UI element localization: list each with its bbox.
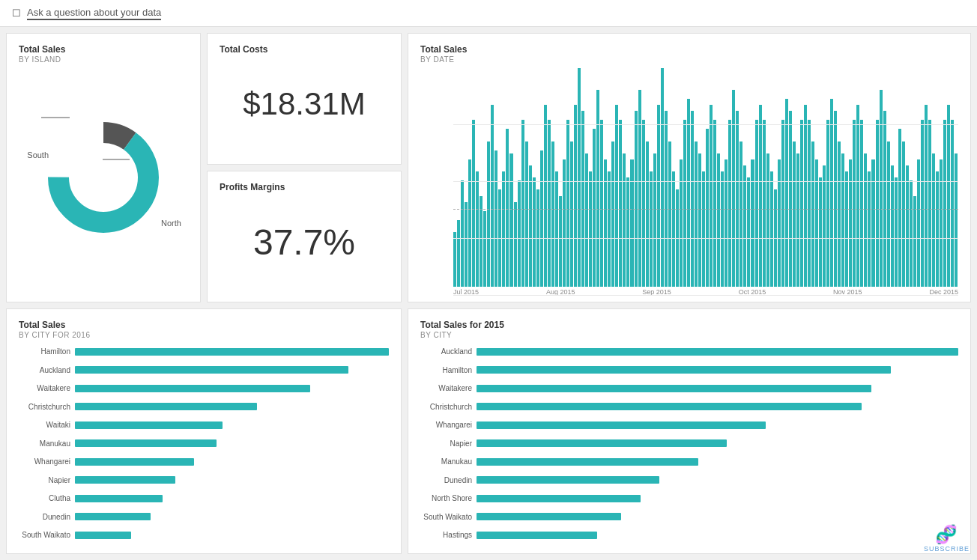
- v-bar-col: [766, 68, 769, 287]
- v-bar-fill: [845, 171, 848, 287]
- v-bar-fill: [544, 105, 547, 287]
- v-bar-fill: [834, 111, 837, 287]
- h-bar-label: Hamilton: [420, 366, 477, 374]
- v-bar-col: [536, 68, 539, 287]
- v-bar-col: [841, 68, 844, 287]
- h-bar-row: Dunedin: [19, 511, 389, 523]
- v-bar-col: [917, 68, 920, 287]
- v-bar-col: [721, 68, 724, 287]
- v-bar-col: [555, 68, 558, 287]
- v-bar-col: [871, 68, 874, 287]
- v-bar-col: [521, 68, 524, 287]
- v-bar-fill: [574, 105, 577, 287]
- v-bar-col: [615, 68, 618, 287]
- v-bar-fill: [913, 196, 916, 287]
- v-bar-fill: [672, 171, 675, 287]
- v-bar-col: [774, 68, 777, 287]
- v-bar-fill: [657, 105, 660, 287]
- dna-icon: 🧬: [935, 524, 958, 545]
- h-bar-row: Manukau: [19, 437, 389, 449]
- v-bar-col: [691, 68, 694, 287]
- v-bar-col: [657, 68, 660, 287]
- v-bar-fill: [951, 120, 954, 287]
- v-bar-col: [849, 68, 852, 287]
- h-bar-track: [477, 532, 958, 539]
- h-bar-row: Auckland: [420, 346, 958, 358]
- v-bar-fill: [880, 90, 883, 287]
- grid-line-75: [453, 124, 958, 125]
- h-bar-fill: [477, 476, 659, 484]
- v-bar-fill: [623, 153, 626, 287]
- v-bar-fill: [585, 153, 588, 287]
- h-bar-row: North Shore: [420, 493, 958, 505]
- h-bar-label: Napier: [19, 476, 75, 484]
- v-bar-col: [706, 68, 709, 287]
- v-bar-fill: [793, 141, 796, 287]
- v-bar-fill: [472, 120, 475, 287]
- v-bar-col: [476, 68, 479, 287]
- h-bar-label: North Shore: [420, 494, 477, 502]
- v-bar-col: [502, 68, 505, 287]
- v-bar-fill: [608, 171, 611, 287]
- v-bar-fill: [868, 171, 871, 287]
- v-bar-col: [793, 68, 796, 287]
- v-bar-fill: [906, 165, 909, 287]
- subscribe-badge[interactable]: 🧬 SUBSCRIBE: [924, 524, 970, 553]
- v-bar-col: [676, 68, 679, 287]
- v-bar-col: [755, 68, 758, 287]
- h-bar-row: Christchurch: [420, 401, 958, 413]
- donut-container: South North: [19, 64, 188, 291]
- h-bar-track: [477, 458, 958, 466]
- h-bar-label: Hastings: [420, 531, 477, 539]
- v-bar-fill: [494, 150, 497, 287]
- v-bar-col: [570, 68, 573, 287]
- v-bar-fill: [600, 120, 603, 287]
- v-bar-fill: [781, 120, 784, 287]
- v-bar-fill: [702, 171, 705, 287]
- grid-line-50: [453, 181, 958, 182]
- v-bar-col: [623, 68, 626, 287]
- h-bar-label: Dunedin: [19, 513, 75, 521]
- v-bar-fill: [680, 159, 683, 287]
- v-bar-col: [717, 68, 720, 287]
- h-bar-fill: [477, 439, 727, 447]
- top-bar: ☐ Ask a question about your data: [0, 0, 977, 27]
- v-bar-fill: [611, 141, 614, 287]
- v-bar-fill: [739, 141, 742, 287]
- v-bar-fill: [917, 159, 920, 287]
- v-bar-fill: [461, 180, 464, 287]
- grid-line-0: [453, 295, 958, 296]
- h-bar-row: Hamilton: [19, 346, 389, 358]
- v-bar-fill: [589, 171, 592, 287]
- v-bar-col: [943, 68, 946, 287]
- v-bar-fill: [559, 196, 562, 287]
- v-bar-col: [650, 68, 653, 287]
- v-bar-col: [868, 68, 871, 287]
- h-bar-row: Whangarei: [420, 419, 958, 431]
- h-bar-fill: [477, 458, 698, 466]
- total-sales-date-card: Total Sales BY DATE $0.4M $0.3M $0.2M $0…: [408, 33, 971, 302]
- h-bar-row: Napier: [420, 437, 958, 449]
- h-bar-track: [75, 476, 389, 484]
- donut-south-label: South: [27, 150, 49, 159]
- ask-question-text[interactable]: Ask a question about your data: [27, 7, 161, 20]
- h-bar-fill: [75, 439, 217, 447]
- h-bar-track: [477, 421, 958, 429]
- grid-line-25: [453, 238, 958, 239]
- v-bar-fill: [755, 120, 758, 287]
- v-bar-fill: [766, 153, 769, 287]
- v-bar-fill: [551, 141, 554, 287]
- h-bar-fill: [75, 476, 175, 484]
- v-bar-col: [529, 68, 532, 287]
- v-bar-col: [702, 68, 705, 287]
- h-bar-label: Dunedin: [420, 476, 477, 484]
- v-bar-fill: [642, 120, 645, 287]
- v-bar-fill: [732, 90, 735, 287]
- v-bar-col: [642, 68, 645, 287]
- v-bar-fill: [502, 171, 505, 287]
- v-bar-col: [913, 68, 916, 287]
- h-bar-fill: [75, 421, 223, 429]
- h-bar-track: [75, 439, 389, 447]
- v-bar-fill: [650, 171, 653, 287]
- v-bar-col: [563, 68, 566, 287]
